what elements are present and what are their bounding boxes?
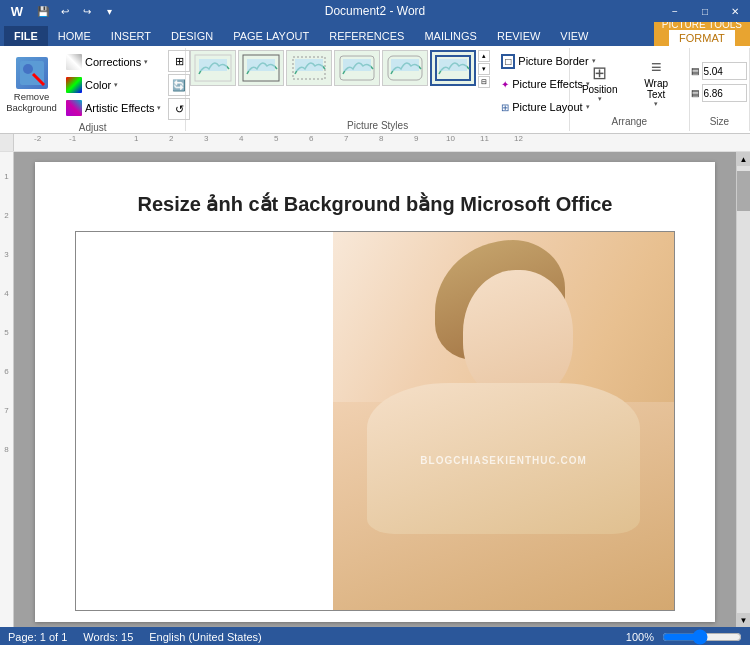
customize-qa-button[interactable]: ▾ <box>100 2 118 20</box>
v-ruler-1: 1 <box>4 172 8 181</box>
image-frame[interactable]: BLOGCHIASEKIENTHUC.COM <box>75 231 675 611</box>
save-button[interactable]: 💾 <box>34 2 52 20</box>
arrange-group: ⊞ Position ≡ Wrap Text Arrange <box>570 48 690 131</box>
tab-page-layout[interactable]: PAGE LAYOUT <box>223 26 319 46</box>
position-label: Position <box>582 84 618 95</box>
size-group-label: Size <box>694 114 745 129</box>
picture-tools-group: PICTURE TOOLS FORMAT <box>654 22 750 46</box>
v-ruler-2: 2 <box>4 211 8 220</box>
artistic-icon <box>66 100 82 116</box>
tab-references[interactable]: REFERENCES <box>319 26 414 46</box>
close-button[interactable]: ✕ <box>720 0 750 22</box>
artistic-label: Artistic Effects <box>85 102 154 114</box>
color-button[interactable]: Color <box>61 74 166 96</box>
v-ruler-4: 4 <box>4 289 8 298</box>
position-dropdown <box>598 95 602 103</box>
words-status: Words: 15 <box>83 631 133 643</box>
wrap-text-icon: ≡ <box>651 57 662 78</box>
minimize-button[interactable]: − <box>660 0 690 22</box>
width-input[interactable] <box>702 84 747 102</box>
tab-design[interactable]: DESIGN <box>161 26 223 46</box>
position-button[interactable]: ⊞ Position <box>574 52 626 112</box>
svg-rect-11 <box>391 59 419 71</box>
title-bar: W 💾 ↩ ↪ ▾ Document2 - Word − □ ✕ <box>0 0 750 22</box>
size-content: ▤ ▤ <box>694 50 745 114</box>
woman-area: BLOGCHIASEKIENTHUC.COM <box>333 232 674 610</box>
scroll-down-button[interactable]: ▾ <box>478 63 490 75</box>
scroll-up-button[interactable]: ▴ <box>478 50 490 62</box>
adjust-content: RemoveBackground Corrections Color Artis… <box>4 50 181 120</box>
ruler-mark-12: 12 <box>514 134 523 143</box>
v-ruler-6: 6 <box>4 367 8 376</box>
tab-home[interactable]: HOME <box>48 26 101 46</box>
tab-review[interactable]: REVIEW <box>487 26 550 46</box>
tab-file[interactable]: FILE <box>4 26 48 46</box>
corrections-label: Corrections <box>85 56 141 68</box>
remove-background-button[interactable]: RemoveBackground <box>4 55 59 116</box>
tab-mailings[interactable]: MAILINGS <box>414 26 487 46</box>
ruler-mark-4: 4 <box>239 134 243 143</box>
main-tabs: FILE HOME INSERT DESIGN PAGE LAYOUT REFE… <box>0 22 654 46</box>
position-icon: ⊞ <box>592 62 607 84</box>
corrections-button[interactable]: Corrections <box>61 51 166 73</box>
picture-styles-group: ▴ ▾ ⊟ □ Picture Border ✦ Picture Effects… <box>186 48 570 131</box>
color-dropdown-arrow <box>114 81 118 89</box>
woman-bg: BLOGCHIASEKIENTHUC.COM <box>333 232 674 610</box>
page: Resize ảnh cắt Background bằng Microsoft… <box>35 162 715 622</box>
page-heading: Resize ảnh cắt Background bằng Microsoft… <box>75 192 675 216</box>
svg-rect-7 <box>295 59 323 71</box>
tab-format[interactable]: FORMAT <box>669 30 735 46</box>
ribbon: RemoveBackground Corrections Color Artis… <box>0 46 750 134</box>
ruler-mark-n2: -2 <box>34 134 41 143</box>
maximize-button[interactable]: □ <box>690 0 720 22</box>
scroll-down-arrow[interactable]: ▼ <box>737 613 750 627</box>
v-ruler-8: 8 <box>4 445 8 454</box>
undo-button[interactable]: ↩ <box>56 2 74 20</box>
tab-view[interactable]: VIEW <box>550 26 598 46</box>
artistic-effects-button[interactable]: Artistic Effects <box>61 97 166 119</box>
ruler-mark-11: 11 <box>480 134 489 143</box>
color-icon <box>66 77 82 93</box>
scroll-more-button[interactable]: ⊟ <box>478 76 490 88</box>
wrap-text-dropdown <box>654 100 658 108</box>
wrap-text-label: Wrap Text <box>635 78 676 100</box>
style-thumb-3[interactable] <box>286 50 332 86</box>
zoom-status: 100% <box>626 631 654 643</box>
svg-point-1 <box>23 64 33 74</box>
style-thumb-1[interactable] <box>190 50 236 86</box>
size-group: ▤ ▤ Size <box>690 48 750 131</box>
height-input[interactable] <box>702 62 747 80</box>
style-thumb-2[interactable] <box>238 50 284 86</box>
tab-insert[interactable]: INSERT <box>101 26 161 46</box>
scroll-up-arrow[interactable]: ▲ <box>737 152 750 166</box>
picture-border-icon: □ <box>501 54 515 69</box>
zoom-slider[interactable] <box>662 630 742 644</box>
window-controls: − □ ✕ <box>660 0 750 22</box>
redo-button[interactable]: ↪ <box>78 2 96 20</box>
style-thumb-5[interactable] <box>382 50 428 86</box>
scroll-thumb[interactable] <box>737 171 750 211</box>
face-shape <box>463 270 573 400</box>
adjust-group: RemoveBackground Corrections Color Artis… <box>0 48 186 131</box>
v-ruler-5: 5 <box>4 328 8 337</box>
ribbon-tabs-row: FILE HOME INSERT DESIGN PAGE LAYOUT REFE… <box>0 22 750 46</box>
ruler-mark-10: 10 <box>446 134 455 143</box>
wrap-text-button[interactable]: ≡ Wrap Text <box>627 52 684 112</box>
status-right: 100% <box>626 630 742 644</box>
arrange-content: ⊞ Position ≡ Wrap Text <box>574 50 685 114</box>
scroll-track <box>737 166 750 613</box>
language-status: English (United States) <box>149 631 262 643</box>
status-bar: Page: 1 of 1 Words: 15 English (United S… <box>0 627 750 645</box>
svg-rect-9 <box>343 59 371 71</box>
ruler-mark-1: 1 <box>134 134 138 143</box>
style-thumb-4[interactable] <box>334 50 380 86</box>
image-watermark: BLOGCHIASEKIENTHUC.COM <box>420 455 586 466</box>
style-thumb-6[interactable] <box>430 50 476 86</box>
word-icon: W <box>8 2 26 20</box>
ruler: -2 -1 1 2 3 4 5 6 7 8 9 10 11 12 <box>0 134 750 152</box>
svg-rect-5 <box>247 59 275 71</box>
ruler-mark-5: 5 <box>274 134 278 143</box>
adjust-group-label: Adjust <box>4 120 181 135</box>
scrollbar-vertical[interactable]: ▲ ▼ <box>736 152 750 627</box>
styles-scroll-buttons: ▴ ▾ ⊟ <box>478 50 490 88</box>
